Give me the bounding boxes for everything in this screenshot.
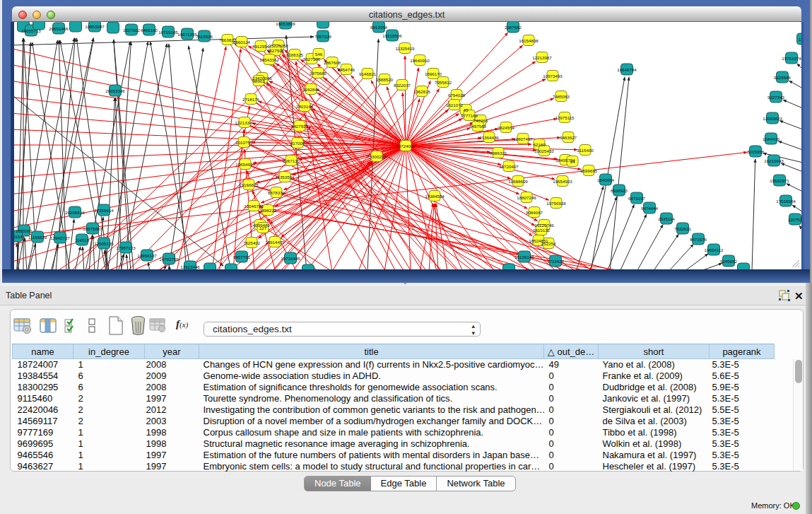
svg-text:9699695: 9699695: [580, 168, 598, 173]
svg-text:6794028: 6794028: [448, 93, 466, 98]
svg-text:2867608: 2867608: [324, 60, 341, 65]
svg-text:7955812: 7955812: [435, 80, 452, 85]
svg-text:25300215: 25300215: [367, 154, 387, 159]
svg-text:9857791: 9857791: [233, 255, 251, 259]
svg-text:3267130: 3267130: [283, 158, 300, 163]
svg-text:98901: 98901: [252, 78, 265, 83]
svg-text:9777169: 9777169: [461, 113, 478, 118]
svg-text:1696170: 1696170: [425, 71, 442, 76]
svg-text:16782759: 16782759: [159, 257, 179, 262]
svg-text:7485063: 7485063: [553, 94, 570, 99]
svg-text:10719185: 10719185: [158, 30, 178, 35]
svg-text:17016504: 17016504: [776, 199, 796, 204]
svg-text:11353594: 11353594: [275, 175, 295, 180]
svg-text:6497568: 6497568: [469, 124, 487, 129]
svg-text:8454749: 8454749: [338, 67, 355, 72]
svg-text:16648784: 16648784: [617, 67, 637, 72]
svg-text:1362615: 1362615: [413, 89, 431, 94]
svg-text:1621072: 1621072: [446, 103, 464, 107]
svg-text:12213349: 12213349: [235, 120, 254, 125]
svg-text:19218506: 19218506: [382, 33, 402, 38]
svg-text:17359914: 17359914: [94, 208, 114, 213]
svg-text:10975867: 10975867: [83, 226, 102, 231]
svg-text:6679197: 6679197: [628, 196, 646, 201]
svg-text:12505135: 12505135: [94, 241, 114, 246]
svg-text:9463627: 9463627: [560, 135, 577, 140]
svg-text:10973493: 10973493: [543, 74, 563, 78]
svg-text:16154838: 16154838: [519, 38, 539, 43]
svg-text:19654923: 19654923: [553, 179, 572, 184]
svg-text:3115400: 3115400: [577, 148, 594, 153]
svg-text:12942737: 12942737: [50, 235, 70, 240]
svg-text:10958137: 10958137: [137, 253, 157, 258]
svg-text:19055713: 19055713: [21, 28, 41, 33]
svg-text:7625402: 7625402: [243, 240, 261, 245]
svg-text:1588520: 1588520: [376, 77, 394, 82]
svg-text:10807487: 10807487: [513, 136, 533, 141]
svg-text:18640910: 18640910: [410, 58, 430, 63]
svg-text:10853287: 10853287: [85, 24, 105, 29]
svg-text:8813054: 8813054: [370, 25, 388, 30]
svg-text:21364436: 21364436: [479, 135, 499, 140]
svg-text:917006: 917006: [290, 141, 305, 146]
svg-text:16671355: 16671355: [177, 32, 197, 37]
svg-text:16543362: 16543362: [259, 57, 279, 62]
svg-text:8660124: 8660124: [233, 40, 251, 45]
svg-text:45: 45: [464, 107, 469, 112]
svg-text:20053346: 20053346: [105, 88, 125, 93]
svg-text:8215958: 8215958: [747, 149, 765, 154]
svg-text:19166825: 19166825: [239, 182, 259, 187]
svg-text:8186325: 8186325: [286, 52, 304, 57]
svg-text:2803144: 2803144: [296, 104, 314, 109]
svg-text:8678334: 8678334: [268, 190, 286, 195]
svg-text:10025433: 10025433: [534, 148, 554, 153]
svg-text:2935114: 2935114: [658, 216, 675, 221]
svg-text:1615132: 1615132: [533, 228, 551, 233]
svg-text:18807249: 18807249: [517, 195, 536, 200]
svg-text:746266: 746266: [473, 118, 488, 123]
svg-text:7986322: 7986322: [490, 151, 507, 156]
svg-text:12093823: 12093823: [763, 116, 782, 121]
svg-text:15720407: 15720407: [499, 164, 519, 169]
svg-text:114519: 114519: [75, 238, 90, 243]
svg-text:10688609: 10688609: [508, 179, 528, 184]
svg-text:7357224: 7357224: [314, 34, 332, 39]
svg-text:9474444: 9474444: [641, 206, 659, 211]
svg-text:15751074: 15751074: [782, 56, 801, 61]
svg-text:9084067: 9084067: [526, 210, 543, 215]
svg-text:546: 546: [315, 52, 323, 57]
svg-text:20691406: 20691406: [49, 26, 69, 31]
svg-text:2087682: 2087682: [505, 25, 522, 30]
svg-text:9227343: 9227343: [767, 95, 785, 100]
svg-text:12213967: 12213967: [532, 55, 552, 60]
svg-text:116753: 116753: [788, 217, 801, 222]
svg-text:62160: 62160: [533, 142, 546, 147]
svg-text:16053809: 16053809: [276, 22, 295, 26]
svg-text:8427552: 8427552: [291, 124, 309, 129]
svg-text:19716485: 19716485: [281, 256, 300, 261]
svg-text:252254: 252254: [541, 241, 556, 246]
svg-text:16914479: 16914479: [265, 240, 285, 245]
svg-text:11325419: 11325419: [395, 46, 415, 51]
svg-text:1244419: 1244419: [763, 136, 780, 141]
svg-text:9242848: 9242848: [302, 87, 320, 92]
svg-text:9627505: 9627505: [267, 48, 285, 53]
svg-text:2718176: 2718176: [242, 97, 260, 102]
svg-text:8938923: 8938923: [611, 188, 628, 193]
svg-text:39154: 39154: [14, 234, 23, 239]
svg-text:23226058: 23226058: [269, 43, 288, 48]
svg-text:17957223: 17957223: [116, 245, 136, 250]
svg-text:6466160: 6466160: [141, 28, 158, 33]
svg-text:16120746: 16120746: [534, 223, 554, 228]
svg-text:20206516: 20206516: [65, 210, 85, 215]
svg-text:64: 64: [570, 159, 575, 164]
svg-text:9627506: 9627506: [303, 57, 321, 62]
svg-text:127: 127: [259, 226, 267, 230]
svg-text:3875685: 3875685: [310, 71, 327, 76]
svg-text:8322037: 8322037: [394, 83, 411, 88]
svg-text:18724007: 18724007: [396, 144, 416, 148]
svg-text:1733426: 1733426: [547, 259, 565, 264]
svg-text:12923446: 12923446: [180, 264, 200, 269]
svg-text:9129966: 9129966: [774, 75, 792, 80]
svg-text:9146821: 9146821: [359, 71, 377, 76]
